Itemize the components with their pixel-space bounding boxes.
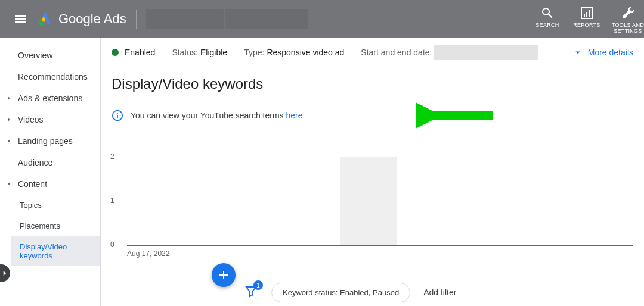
tools-label: TOOLS AND SETTINGS [612,23,644,35]
page-title: Display/Video keywords [101,67,644,101]
sidebar-item-display-video-keywords[interactable]: Display/Video keywords [11,236,100,266]
chevron-right-icon [6,136,12,146]
filter-button[interactable]: 1 [244,284,258,301]
status-dot-icon [112,49,119,56]
y-tick: 2 [110,152,114,161]
add-filter-button[interactable]: Add filter [423,288,456,297]
top-app-bar: Google Ads SEARCH REPORTS TOOLS AND SETT… [0,0,644,38]
svg-point-0 [38,20,44,26]
y-tick: 1 [110,196,114,205]
sidebar-item-audience[interactable]: Audience [0,152,100,173]
reports-button[interactable]: REPORTS [572,6,601,29]
youtube-search-terms-link[interactable]: here [286,111,302,120]
filter-chip-keyword-status[interactable]: Keyword status: Enabled, Paused [271,283,410,302]
date-field: Start and end date: [361,45,538,60]
chart-data-redacted [340,157,397,245]
search-icon [540,6,555,20]
sidebar-item-overview[interactable]: Overview [0,45,100,66]
type-field: Type:Responsive video ad [244,48,344,57]
hamburger-menu-icon[interactable] [8,7,32,31]
sidebar-item-topics[interactable]: Topics [11,195,100,216]
info-icon [112,110,123,121]
brand-logo[interactable]: Google Ads [37,11,126,27]
sidebar-item-content[interactable]: Content [0,173,100,195]
search-button[interactable]: SEARCH [533,6,562,29]
add-keyword-fab[interactable] [212,263,236,287]
y-tick: 0 [110,241,114,249]
account-selector-redacted[interactable] [146,9,224,29]
appbar-actions: SEARCH REPORTS TOOLS AND SETTINGS [533,4,644,35]
info-banner: You can view your YouTube search terms h… [101,101,644,130]
chevron-right-icon [6,93,12,103]
tools-settings-button[interactable]: TOOLS AND SETTINGS [612,6,644,35]
chevron-right-icon [1,269,9,277]
enabled-status[interactable]: Enabled [112,48,155,57]
chevron-down-icon [572,47,583,58]
filter-count-badge: 1 [253,280,263,290]
chart-plot-area: 2 1 0 [127,157,633,246]
more-details-link[interactable]: More details [572,47,633,58]
sidebar-nav: Overview Recommendations Ads & extension… [0,38,101,306]
main-content: Enabled Status:Eligible Type:Responsive … [101,38,644,306]
sidebar-item-ads-extensions[interactable]: Ads & extensions [0,88,100,109]
wrench-icon [621,6,635,20]
google-ads-icon [37,11,54,27]
search-label: SEARCH [535,23,559,29]
plus-icon [216,268,231,282]
sidebar-expand-handle[interactable] [0,264,10,282]
filter-toolbar: 1 Keyword status: Enabled, Paused Add fi… [242,279,644,306]
sidebar-content-submenu: Topics Placements Display/Video keywords [11,195,100,266]
sidebar-item-placements[interactable]: Placements [11,216,100,236]
chevron-right-icon [6,115,12,124]
chevron-down-icon [6,179,12,189]
status-field: Status:Eligible [172,48,227,57]
reports-label: REPORTS [573,23,600,29]
reports-icon [580,6,594,20]
x-axis-label: Aug 17, 2022 [127,249,169,258]
campaign-status-bar: Enabled Status:Eligible Type:Responsive … [101,38,644,67]
date-value-redacted [434,45,538,60]
divider [136,10,137,29]
info-text: You can view your YouTube search terms h… [131,111,302,120]
annotation-arrow [416,101,499,130]
account-selector-redacted-2[interactable] [225,9,308,29]
performance-chart: 2 1 0 Aug 17, 2022 [101,157,644,270]
sidebar-item-videos[interactable]: Videos [0,109,100,130]
brand-text: Google Ads [58,11,126,27]
sidebar-item-recommendations[interactable]: Recommendations [0,66,100,88]
sidebar-item-landing-pages[interactable]: Landing pages [0,130,100,152]
